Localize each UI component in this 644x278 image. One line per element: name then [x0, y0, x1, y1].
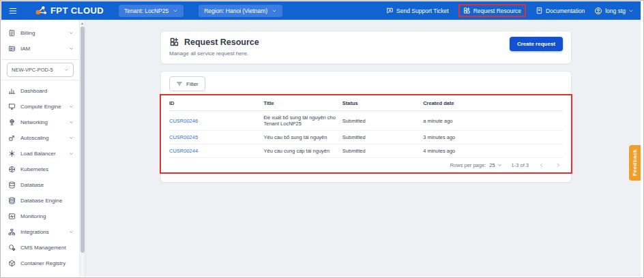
request-created-date: 4 minutes ago [423, 144, 563, 158]
autoscaling-icon [8, 134, 16, 142]
request-id-link[interactable]: CUSR00244 [169, 148, 198, 154]
billing-icon [8, 29, 16, 37]
chevron-down-icon [69, 151, 74, 156]
sidebar-scrollbar[interactable]: ▲ [79, 20, 85, 277]
sidebar-item-label: Compute Engine [20, 104, 64, 110]
rows-per-page-select[interactable]: 25 [489, 162, 501, 168]
request-id-link[interactable]: CUSR00245 [169, 134, 198, 140]
table-row[interactable]: CUSR00245 Yêu cầu bổ sung tài nguyên Sub… [169, 131, 563, 144]
documentation-button[interactable]: Documentation [536, 7, 585, 14]
networking-icon [8, 119, 16, 126]
grid-plus-icon [463, 7, 471, 14]
sidebar-item-autoscaling[interactable]: Autoscaling [1, 130, 79, 146]
avatar-icon [594, 7, 602, 15]
sidebar-item-load-balancer[interactable]: Load Balancer [1, 146, 79, 161]
sidebar-item-billing[interactable]: Billing [1, 25, 79, 41]
request-resource-nav-label: Request Resource [473, 7, 521, 14]
rows-per-page-label: Rows per page: [450, 162, 486, 168]
column-header-id: ID [169, 95, 263, 111]
request-resource-nav-button[interactable]: Request Resource [463, 7, 521, 14]
sidebar-item-label: Database [20, 182, 74, 188]
request-status: Submitted [342, 111, 423, 131]
filter-button[interactable]: Filter [169, 76, 205, 91]
region-label: Region: Hanoi (Vietnam) [204, 7, 267, 14]
sidebar-item-label: CMS Management [20, 245, 74, 251]
dashboard-icon [8, 87, 16, 95]
database-icon [8, 181, 16, 189]
monitoring-icon [8, 213, 16, 220]
table-row[interactable]: CUSR00244 Yêu cầu cung cấp tài nguyên Su… [169, 144, 563, 158]
chevron-down-icon [64, 67, 69, 72]
user-menu[interactable]: long stg [594, 7, 634, 15]
support-ticket-icon [386, 7, 394, 14]
request-title: Đề xuất bổ sung tài nguyên cho Tenant Lo… [263, 111, 342, 131]
sidebar-item-kubernetes[interactable]: Kubernetes [1, 161, 79, 177]
request-table-card: Filter ID Title Status Created date [160, 71, 572, 183]
sidebar-item-cms-management[interactable]: CMS Management [1, 240, 79, 256]
chevron-down-icon [173, 8, 178, 14]
table-row[interactable]: CUSR00246 Đề xuất bổ sung tài nguyên cho… [169, 111, 563, 131]
chevron-right-icon [555, 162, 561, 168]
sidebar-item-container-registry[interactable]: Container Registry [1, 256, 79, 271]
sidebar-item-label: Kubernetes [20, 166, 74, 172]
chevron-down-icon [69, 31, 74, 35]
chevron-down-icon [272, 8, 277, 14]
feedback-tab[interactable]: Feedback [629, 145, 641, 181]
sidebar-item-networking[interactable]: Networking [1, 114, 79, 130]
sidebar-item-compute-engine[interactable]: Compute Engine [1, 99, 79, 114]
sidebar-item-database-engine[interactable]: Database Engine [1, 193, 79, 208]
request-created-date: a minute ago [423, 111, 563, 131]
chevron-down-icon [69, 230, 74, 234]
fpt-cloud-logo: FPT CLOUD [34, 5, 104, 16]
scrollbar-thumb[interactable] [80, 27, 85, 253]
create-request-button[interactable]: Create request [510, 37, 563, 51]
next-page-button[interactable] [555, 162, 561, 168]
column-header-status: Status [342, 95, 423, 111]
send-support-ticket-button[interactable]: Send Support Ticket [386, 7, 449, 14]
send-support-ticket-label: Send Support Ticket [396, 7, 449, 14]
load-balancer-icon [8, 150, 16, 157]
iam-icon [8, 45, 16, 52]
grid-plus-icon [169, 37, 179, 47]
document-icon [536, 7, 543, 14]
table-pagination: Rows per page: 25 1-3 of 3 [169, 158, 563, 172]
sidebar-divider [1, 59, 79, 60]
rows-per-page-value: 25 [489, 162, 495, 168]
request-title: Yêu cầu cung cấp tài nguyên [263, 144, 342, 158]
sidebar-item-label: Load Balancer [20, 151, 64, 157]
top-navbar: FPT CLOUD Tenant: LocNP25 Region: Hanoi … [1, 1, 641, 20]
region-selector[interactable]: Region: Hanoi (Vietnam) [199, 5, 282, 17]
tenant-label: Tenant: LocNP25 [124, 7, 169, 14]
chevron-down-icon [69, 120, 74, 125]
sidebar-item-dashboard[interactable]: Dashboard [1, 83, 79, 99]
chevron-down-icon [69, 104, 74, 109]
scrollbar-up-arrow-icon[interactable]: ▲ [80, 21, 84, 25]
chevron-down-icon [69, 136, 74, 140]
request-resource-annotation-box: Request Resource [458, 4, 526, 17]
page-title: Request Resource [184, 37, 259, 47]
column-header-title: Title [263, 95, 342, 111]
sidebar-item-monitoring[interactable]: Monitoring [1, 208, 79, 224]
request-status: Submitted [342, 131, 423, 144]
sidebar-divider [1, 80, 79, 80]
database-engine-icon [8, 197, 16, 204]
request-id-link[interactable]: CUSR00246 [169, 118, 198, 124]
compute-engine-icon [8, 103, 16, 110]
table-header-row: ID Title Status Created date [169, 95, 563, 111]
main-content: Request Resource Manage all service requ… [85, 20, 641, 277]
page-subtitle: Manage all service request here. [169, 50, 259, 57]
sidebar-item-label: Container Registry [20, 260, 74, 266]
cms-management-icon [8, 244, 16, 251]
feedback-tab-label: Feedback [632, 149, 638, 176]
menu-hamburger-icon[interactable] [7, 5, 19, 17]
column-header-created-date: Created date [423, 95, 563, 111]
container-registry-icon [8, 260, 16, 267]
sidebar-item-database[interactable]: Database [1, 177, 79, 193]
app-window: FPT CLOUD Tenant: LocNP25 Region: Hanoi … [1, 1, 641, 277]
tenant-selector[interactable]: Tenant: LocNP25 [119, 5, 184, 17]
vpc-select[interactable]: NEW-VPC-POD-5 [7, 63, 74, 77]
previous-page-button[interactable] [538, 162, 544, 168]
screenshot-frame: FPT CLOUD Tenant: LocNP25 Region: Hanoi … [0, 0, 644, 278]
sidebar-item-iam[interactable]: IAM [1, 41, 79, 57]
sidebar-item-integrations[interactable]: Integrations [1, 224, 79, 240]
